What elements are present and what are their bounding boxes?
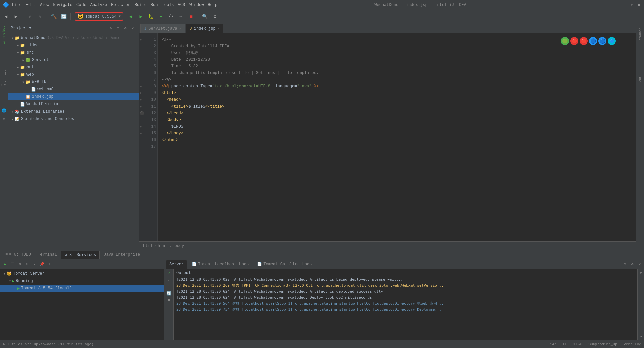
services-running[interactable]: ▼ ▶ Running — [0, 277, 164, 285]
project-sidebar-btn[interactable]: 1: Project — [1, 25, 7, 45]
menu-vcs[interactable]: VCS — [178, 3, 185, 7]
output-tab-catalina-log[interactable]: 📄 Tomcat Catalina Log ✕ — [254, 260, 316, 269]
menu-refactor[interactable]: Refactor — [111, 3, 130, 7]
tab-index-jsp[interactable]: J index.jsp ✕ — [186, 24, 223, 33]
tree-item-out[interactable]: ▶ 📁 out — [8, 64, 139, 71]
output-tab-localhost-log[interactable]: 📄 Tomcat Localhost Log ✕ — [188, 260, 253, 269]
output-check-icon[interactable]: ✓ — [166, 271, 172, 276]
expand-output-btn[interactable]: ⊕ — [622, 261, 628, 267]
collapse-all-btn[interactable]: ⊟ — [115, 25, 121, 31]
output-wrap-icon[interactable]: ⇌ — [638, 270, 644, 275]
menu-file[interactable]: File — [12, 3, 22, 7]
tab-terminal[interactable]: Terminal — [35, 251, 60, 258]
tree-item-servlet[interactable]: ▶ 🟢 Servlet — [8, 56, 139, 64]
output-expand-icon[interactable]: ⋯ — [638, 334, 644, 339]
tree-root[interactable]: ▼ 📁 WechatDemo D:\IDEAProject\demo\Wecha… — [8, 34, 139, 42]
close-button[interactable]: ✕ — [637, 3, 641, 7]
services-tomcat-local[interactable]: ▶ Tomcat 8.5.54 [local] — [0, 285, 164, 292]
services-sort-btn[interactable]: ⇅ — [24, 261, 30, 267]
run-button[interactable]: ▶ — [136, 12, 146, 21]
run-back-btn[interactable]: ◀ — [126, 12, 136, 21]
menu-view[interactable]: View — [40, 3, 49, 7]
ant-sidebar-btn[interactable]: Ant — [637, 72, 643, 86]
services-filter2-btn[interactable]: ▾ — [32, 261, 38, 267]
web-sidebar-btn[interactable]: 🌐 — [0, 107, 8, 114]
coverage-button[interactable]: ☂ — [156, 12, 166, 21]
opera-icon[interactable]: 🔴 — [580, 37, 588, 45]
project-dropdown-icon[interactable]: ▼ — [29, 26, 31, 30]
database-sidebar-btn[interactable]: Database — [637, 25, 643, 45]
charset[interactable]: UTF-8 — [571, 342, 582, 346]
tab-servlet-java[interactable]: J Servlet.java ✕ — [140, 24, 185, 33]
search-everywhere-button[interactable]: 🔍 — [200, 12, 210, 21]
run-config-box[interactable]: 🐱 Tomcat 8.5.54 ▼ — [75, 12, 123, 21]
localhost-log-close[interactable]: ✕ — [248, 262, 250, 266]
settings-btn[interactable]: ⚙ — [122, 25, 128, 31]
sync-button[interactable]: 🔄 — [59, 12, 68, 21]
output-stop-icon[interactable]: ■ — [166, 297, 172, 303]
build-button[interactable]: 🔨 — [49, 12, 58, 21]
tree-item-webxml[interactable]: 📄 web.xml — [8, 86, 139, 93]
firefox-icon[interactable]: 🔴 — [570, 37, 578, 45]
code-editor[interactable]: ▶ ▶ ▶ ▶ ▶ ⚫ ▶ ▶ 1234 5678 9101112 1 — [139, 33, 636, 241]
tab-todo[interactable]: ≡ ≡ 6: TODO — [3, 251, 34, 258]
menu-window[interactable]: Window — [189, 3, 204, 7]
debug-button[interactable]: 🐛 — [146, 12, 156, 21]
chrome-icon[interactable]: 🟢 — [561, 37, 569, 45]
code-content[interactable]: <%-- Created by IntelliJ IDEA. User: 倪逸涛… — [158, 33, 636, 241]
services-add-btn[interactable]: + — [46, 261, 52, 267]
maximize-button[interactable]: ❐ — [630, 3, 635, 7]
tab-java-enterprise[interactable]: Java Enterprise — [101, 251, 143, 258]
tree-item-scratches[interactable]: ▶ 📝 Scratches and Consoles — [8, 115, 139, 123]
safari-icon[interactable]: 🔷 — [608, 37, 616, 45]
close-output-btn[interactable]: ✕ — [637, 261, 643, 267]
jsp-tab-close[interactable]: ✕ — [218, 27, 220, 31]
menu-code[interactable]: Code — [76, 3, 86, 7]
edge-icon[interactable]: 🔵 — [598, 37, 606, 45]
close-panel-btn[interactable]: ✕ — [130, 25, 136, 31]
run-config-dropdown-arrow[interactable]: ▼ — [119, 15, 121, 18]
line-ending[interactable]: LF — [563, 342, 567, 346]
settings-output-btn[interactable]: ⚙ — [629, 261, 635, 267]
tree-item-web[interactable]: ▼ 📁 web — [8, 71, 139, 78]
redo-button[interactable]: ↪ — [35, 12, 45, 21]
tree-item-iml[interactable]: 📄 WechatDemo.iml — [8, 100, 139, 108]
menu-build[interactable]: Build — [135, 3, 147, 7]
menu-edit[interactable]: Edit — [26, 3, 36, 7]
tree-item-webinf[interactable]: ▼ 📁 WEB-INF — [8, 78, 139, 86]
tree-item-src[interactable]: ▼ 📁 src — [8, 49, 139, 56]
services-filter-btn[interactable]: ⊞ — [17, 261, 23, 267]
menu-help[interactable]: Help — [208, 3, 217, 7]
event-log-btn[interactable]: Event Log — [622, 342, 641, 346]
favorites-sidebar-btn[interactable]: ★ — [0, 115, 8, 122]
menu-run[interactable]: Run — [151, 3, 158, 7]
output-tab-server[interactable]: Server — [166, 260, 187, 269]
menu-navigate[interactable]: Navigate — [53, 3, 72, 7]
breadcrumb-html[interactable]: html — [143, 243, 153, 248]
cursor-position[interactable]: 14:8 — [550, 342, 559, 346]
output-up-icon[interactable]: ↑ — [166, 284, 172, 289]
locate-file-btn[interactable]: ⊕ — [108, 25, 114, 31]
stop-button[interactable]: ■ — [186, 12, 196, 21]
forward-button[interactable]: ▶ — [11, 12, 21, 21]
menu-tools[interactable]: Tools — [162, 3, 174, 7]
services-run-btn[interactable]: ▶ — [2, 261, 8, 267]
output-sync-icon[interactable]: 🔄 — [166, 291, 172, 296]
menu-analyze[interactable]: Analyze — [90, 3, 107, 7]
services-pin-btn[interactable]: 📌 — [39, 261, 45, 267]
minimize-button[interactable]: — — [623, 3, 628, 7]
structure-sidebar-btn[interactable]: 2: Structure — [1, 66, 7, 86]
ie-icon[interactable]: 🔵 — [589, 37, 597, 45]
tree-item-idea[interactable]: ▶ 📁 .idea — [8, 42, 139, 49]
services-group-btn[interactable]: ☰ — [9, 261, 15, 267]
servlet-tab-close[interactable]: ✕ — [179, 27, 181, 31]
catalina-log-close[interactable]: ✕ — [311, 262, 313, 266]
output-down-icon[interactable]: ↓ — [166, 277, 172, 283]
tab-services[interactable]: ⚙ 8: Services — [61, 251, 100, 259]
back-button[interactable]: ◀ — [1, 12, 11, 21]
profile-button[interactable]: ⏱ — [166, 12, 176, 21]
tree-item-indexjsp[interactable]: 📋 index.jsp — [8, 93, 139, 100]
undo-button[interactable]: ↩ — [25, 12, 35, 21]
tree-item-extlibs[interactable]: ▶ 📚 External Libraries — [8, 108, 139, 115]
more-run-btn[interactable]: ⋯ — [176, 12, 186, 21]
